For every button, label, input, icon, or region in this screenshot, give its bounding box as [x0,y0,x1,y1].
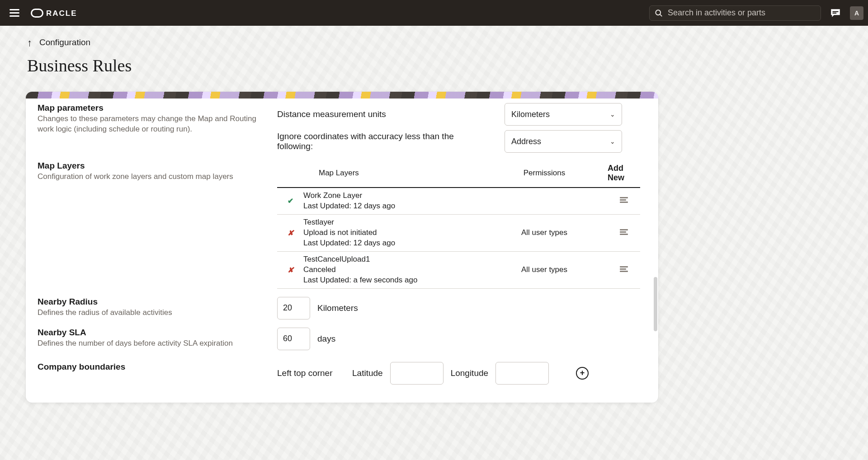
select-distance-units[interactable]: Kilometers ⌄ [505,103,622,126]
label-distance-units: Distance measurement units [277,109,386,119]
select-accuracy-value: Address [511,137,541,146]
layer-perm: All user types [521,265,567,274]
section-desc-nearby-sla: Defines the number of days before activi… [38,338,268,349]
th-map-layers: Map Layers [303,169,481,178]
page: ↑ Configuration Business Rules Map param… [0,26,868,460]
select-distance-value: Kilometers [511,110,550,119]
svg-rect-5 [833,12,837,13]
layer-name: Testlayer [303,217,481,228]
svg-rect-4 [833,11,839,12]
map-layers-table: Map Layers Permissions Add New ✔ Work Zo… [277,161,640,289]
label-accuracy: Ignore coordinates with accuracy less th… [277,131,467,151]
scrollbar[interactable] [654,277,657,331]
th-permissions: Permissions [524,169,566,178]
settings-card: Map parameters Changes to these paramete… [26,92,658,403]
chat-icon[interactable] [826,4,844,22]
layer-perm: All user types [521,228,567,237]
svg-text:RACLE: RACLE [46,9,77,18]
nearby-radius-input[interactable] [277,297,310,319]
layer-sub: Last Updated: 12 days ago [303,201,481,211]
nearby-sla-input[interactable] [277,328,310,350]
row-menu-icon[interactable] [620,228,628,238]
section-desc-nearby-radius: Defines the radius of available activiti… [38,308,268,318]
breadcrumb-label: Configuration [39,38,90,47]
arrow-up-icon: ↑ [27,38,32,48]
table-row: ✘ TestCancelUpload1 Canceled Last Update… [277,252,640,289]
breadcrumb[interactable]: ↑ Configuration [0,38,868,47]
table-row: ✘ Testlayer Upload is not initiated Last… [277,215,640,252]
row-menu-icon[interactable] [620,265,628,275]
svg-line-3 [660,14,662,16]
global-search[interactable] [649,5,821,21]
layer-name: TestCancelUpload1 [303,254,481,265]
avatar[interactable]: A [850,6,863,20]
layer-sub2: Last Updated: 12 days ago [303,238,481,249]
nearby-radius-unit: Kilometers [317,303,358,313]
row-menu-icon[interactable] [620,196,628,206]
label-left-top: Left top corner [277,368,345,378]
latitude-input[interactable] [390,362,443,385]
section-title-company-boundaries: Company boundaries [38,362,268,372]
add-new-button[interactable]: Add New [608,164,640,183]
chevron-down-icon: ⌄ [610,138,615,145]
search-icon [654,9,663,18]
x-icon: ✘ [288,266,293,274]
section-title-nearby-sla: Nearby SLA [38,328,268,338]
layer-sub: Canceled [303,265,481,275]
chevron-down-icon: ⌄ [610,111,615,118]
table-row: ✔ Work Zone Layer Last Updated: 12 days … [277,188,640,215]
section-title-map-layers: Map Layers [38,161,268,171]
x-icon: ✘ [288,229,293,237]
section-desc-map-params: Changes to these parameters may change t… [38,114,268,135]
nearby-sla-unit: days [317,334,335,344]
svg-rect-0 [32,9,43,17]
longitude-input[interactable] [495,362,549,385]
menu-icon[interactable] [6,5,23,21]
label-longitude: Longitude [451,368,488,378]
card-banner [26,92,658,99]
layer-sub: Upload is not initiated [303,228,481,238]
section-desc-map-layers: Configuration of work zone layers and cu… [38,172,268,182]
section-title-nearby-radius: Nearby Radius [38,297,268,307]
search-input[interactable] [668,8,816,18]
page-title: Business Rules [0,56,868,75]
select-accuracy[interactable]: Address ⌄ [505,130,622,153]
layer-sub2: Last Updated: a few seconds ago [303,275,481,286]
add-boundary-button[interactable]: + [576,367,589,380]
app-header: RACLE A [0,0,868,26]
check-icon: ✔ [288,197,293,205]
section-title-map-params: Map parameters [38,103,268,113]
label-latitude: Latitude [352,368,383,378]
layer-name: Work Zone Layer [303,191,481,201]
oracle-logo: RACLE [31,9,98,18]
